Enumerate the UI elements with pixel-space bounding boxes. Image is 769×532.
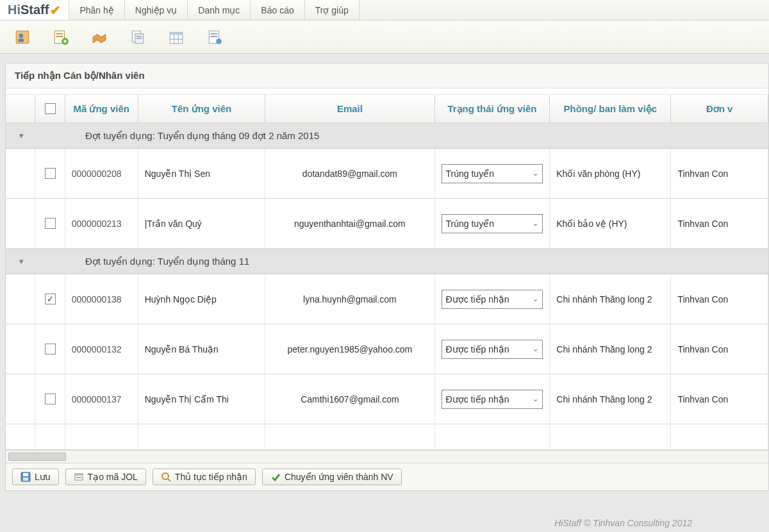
- chevron-down-icon: ⌄: [533, 295, 538, 303]
- svg-rect-19: [211, 33, 218, 34]
- table-row-partial: [6, 424, 768, 450]
- cell-email: lyna.huynh@gmail.com: [265, 274, 434, 324]
- toolbar-handshake-icon[interactable]: [90, 28, 109, 47]
- cell-dept: Chi nhánh Thăng long 2: [550, 374, 671, 424]
- svg-rect-20: [211, 35, 218, 37]
- svg-rect-5: [56, 35, 63, 37]
- logo-staff: Staff: [21, 3, 49, 17]
- toolbar-calendar-icon[interactable]: [167, 28, 186, 47]
- header-unit[interactable]: Đơn v: [671, 95, 768, 122]
- cell-code: 0000000132: [65, 324, 138, 374]
- svg-rect-4: [56, 33, 63, 34]
- cell-code: 0000000208: [65, 149, 138, 198]
- cell-dept: Khối văn phòng (HY): [550, 149, 671, 198]
- status-select[interactable]: Được tiếp nhận⌄: [442, 390, 543, 409]
- svg-point-28: [162, 473, 169, 479]
- group-label: Đợt tuyển dụng: Tuyển dụng tháng 09 đợt …: [37, 126, 768, 145]
- header-checkbox[interactable]: [35, 95, 65, 122]
- menu-nghiep-vu[interactable]: Nghiệp vụ: [125, 0, 188, 20]
- menu-bao-cao[interactable]: Báo cáo: [251, 0, 304, 20]
- status-select[interactable]: Được tiếp nhận⌄: [442, 340, 543, 359]
- cell-name: Nguyễn Thị Sen: [138, 149, 266, 198]
- row-checkbox[interactable]: [45, 394, 56, 404]
- cell-unit: Tinhvan Con: [671, 199, 768, 248]
- candidate-grid: Mã ứng viên Tên ứng viên Email Trạng thá…: [6, 95, 768, 450]
- create-jol-label: Tạo mã JOL: [88, 472, 138, 482]
- svg-rect-11: [136, 35, 142, 37]
- cell-code: 0000000137: [65, 374, 138, 424]
- svg-rect-27: [76, 477, 81, 478]
- logo-check-icon: ✔: [50, 3, 61, 18]
- cell-code: 0000000213: [65, 199, 138, 248]
- status-select[interactable]: Trúng tuyển⌄: [442, 164, 543, 183]
- row-checkbox[interactable]: [45, 168, 56, 179]
- group-label: Đợt tuyển dụng: Tuyển dụng tháng 11: [37, 252, 768, 271]
- procedure-label: Thủ tục tiếp nhận: [175, 472, 247, 482]
- header-dept[interactable]: Phòng/ ban làm việc: [550, 95, 671, 122]
- cell-name: Nguyễn Bá Thuận: [138, 324, 266, 374]
- chevron-down-icon: ⌄: [533, 345, 538, 353]
- header-email[interactable]: Email: [265, 95, 434, 122]
- cell-email: dotandat89@gmail.com: [265, 149, 434, 198]
- group-row[interactable]: ▾ Đợt tuyển dụng: Tuyển dụng tháng 09 đợ…: [6, 123, 768, 149]
- cell-name: Huỳnh Ngọc Diệp: [138, 274, 266, 324]
- status-select[interactable]: Được tiếp nhận⌄: [442, 290, 543, 309]
- svg-rect-14: [170, 32, 183, 35]
- action-bar: Lưu Tạo mã JOL Thủ tục tiếp nhận Chuyển …: [6, 463, 768, 490]
- header-status[interactable]: Trạng thái ứng viên: [435, 95, 550, 122]
- svg-rect-26: [75, 474, 83, 476]
- scrollbar-thumb[interactable]: [8, 453, 66, 461]
- header-code[interactable]: Mã ứng viên: [65, 95, 138, 122]
- svg-point-21: [216, 38, 222, 44]
- cell-dept: Khối bảo vệ (HY): [550, 199, 671, 248]
- svg-rect-2: [19, 38, 24, 42]
- header-name[interactable]: Tên ứng viên: [138, 95, 266, 122]
- cell-dept: Chi nhánh Thăng long 2: [550, 274, 671, 324]
- convert-label: Chuyển ứng viên thành NV: [285, 472, 393, 482]
- table-row: 0000000132 Nguyễn Bá Thuận peter.nguyen1…: [6, 324, 768, 374]
- table-row: ✓ 0000000138 Huỳnh Ngọc Diệp lyna.huynh@…: [6, 274, 768, 324]
- cell-code: 0000000138: [65, 274, 138, 324]
- cell-unit: Tinhvan Con: [671, 149, 768, 198]
- menu-danh-muc[interactable]: Danh mục: [188, 0, 251, 20]
- procedure-button[interactable]: Thủ tục tiếp nhận: [153, 469, 256, 485]
- chevron-down-icon[interactable]: ▾: [19, 256, 24, 266]
- chevron-down-icon: ⌄: [533, 219, 538, 228]
- row-expand: [6, 149, 35, 198]
- svg-rect-8: [64, 40, 65, 42]
- row-checkbox[interactable]: [45, 218, 56, 229]
- toolbar-user-icon[interactable]: [13, 28, 32, 47]
- row-checkbox[interactable]: ✓: [45, 294, 56, 304]
- cell-unit: Tinhvan Con: [671, 274, 768, 324]
- toolbar: [0, 21, 769, 54]
- toolbar-add-note-icon[interactable]: [51, 28, 70, 47]
- menu-tro-giup[interactable]: Trợ giúp: [305, 0, 360, 20]
- chevron-down-icon[interactable]: ▾: [19, 131, 24, 140]
- logo-hi: Hi: [8, 3, 21, 17]
- row-checkbox[interactable]: [45, 344, 56, 354]
- horizontal-scrollbar[interactable]: [6, 450, 768, 463]
- panel-title: Tiếp nhận Cán bộ/Nhân viên: [6, 63, 768, 88]
- save-button[interactable]: Lưu: [12, 469, 59, 485]
- convert-button[interactable]: Chuyển ứng viên thành NV: [262, 469, 402, 485]
- toolbar-report-icon[interactable]: [205, 28, 224, 47]
- cell-name: |Trần văn Quý: [138, 199, 266, 248]
- cell-email: nguyenthanhtai@gmail.com: [265, 199, 434, 248]
- header-expand: [6, 95, 35, 122]
- svg-rect-24: [23, 478, 28, 481]
- menu-phan-he[interactable]: Phân hệ: [69, 0, 124, 20]
- chevron-down-icon: ⌄: [533, 395, 538, 403]
- panel-spacer: [6, 88, 768, 95]
- table-row: 0000000137 Nguyễn Thị Cẩm Thi Camthi1607…: [6, 374, 768, 424]
- cell-unit: Tinhvan Con: [671, 324, 768, 374]
- candidate-panel: Tiếp nhận Cán bộ/Nhân viên Mã ứng viên T…: [5, 63, 769, 491]
- footer-copyright: HiStaff © Tinhvan Consulting 2012: [554, 518, 692, 528]
- cell-dept: Chi nhánh Thăng long 2: [550, 324, 671, 374]
- group-row[interactable]: ▾ Đợt tuyển dụng: Tuyển dụng tháng 11: [6, 249, 768, 274]
- status-select[interactable]: Trúng tuyển⌄: [442, 214, 543, 233]
- toolbar-document-icon[interactable]: [128, 28, 147, 47]
- create-jol-button[interactable]: Tạo mã JOL: [65, 469, 146, 485]
- svg-rect-23: [23, 473, 28, 476]
- svg-line-29: [168, 479, 170, 481]
- svg-rect-12: [136, 38, 142, 39]
